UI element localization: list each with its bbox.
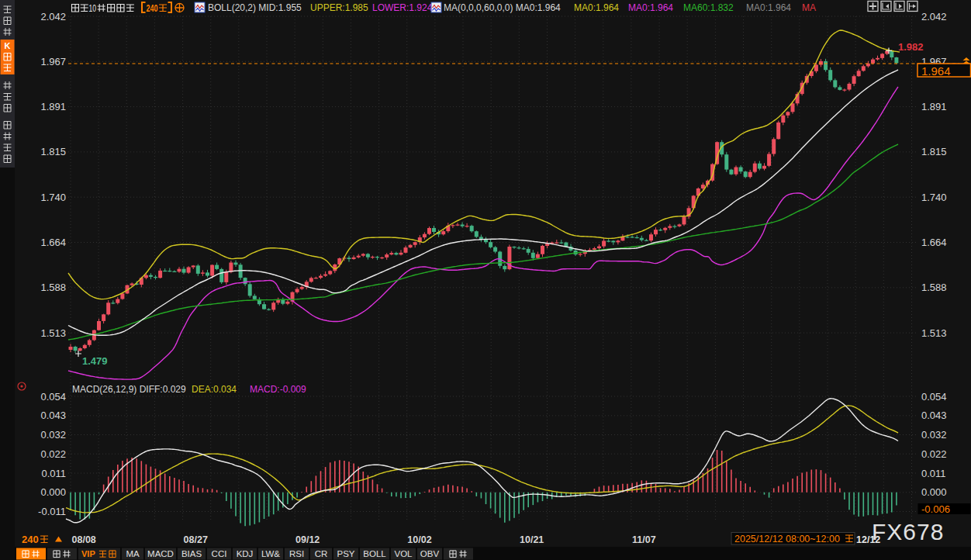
svg-text:LW&: LW& <box>261 549 280 558</box>
svg-text:MA: MA <box>802 2 816 13</box>
svg-text:1.891: 1.891 <box>40 101 66 112</box>
svg-text:MA0:1.964: MA0:1.964 <box>628 2 673 13</box>
svg-text:LOWER:1.924: LOWER:1.924 <box>372 2 433 13</box>
svg-text:1.664: 1.664 <box>921 237 947 248</box>
svg-text:0.022: 0.022 <box>921 448 947 460</box>
svg-text:1.815: 1.815 <box>40 146 66 157</box>
svg-text:VIP: VIP <box>81 549 95 558</box>
svg-text:MA: MA <box>126 549 140 558</box>
svg-text:240: 240 <box>147 3 158 14</box>
svg-text:1.740: 1.740 <box>40 192 66 203</box>
svg-text:FX678: FX678 <box>872 519 944 544</box>
svg-text:MACD:-0.009: MACD:-0.009 <box>250 384 306 395</box>
svg-text:0.022: 0.022 <box>40 448 66 460</box>
svg-text:BOLL: BOLL <box>363 549 386 558</box>
svg-text:08/27: 08/27 <box>184 534 208 545</box>
svg-text:11/07: 11/07 <box>632 534 656 545</box>
svg-text:2.042: 2.042 <box>40 11 66 22</box>
svg-text:RSI: RSI <box>289 549 304 558</box>
svg-text:MA0:1.964: MA0:1.964 <box>746 2 791 13</box>
svg-text:0.011: 0.011 <box>41 468 66 479</box>
svg-text:1.479: 1.479 <box>82 355 108 367</box>
svg-text:1.815: 1.815 <box>921 146 947 157</box>
svg-text:PSY: PSY <box>337 549 354 558</box>
svg-text:0.032: 0.032 <box>40 429 66 441</box>
svg-text:10/21: 10/21 <box>520 534 544 545</box>
svg-text:0.000: 0.000 <box>921 486 947 498</box>
svg-text:CCI: CCI <box>212 549 227 558</box>
svg-text:1.513: 1.513 <box>921 327 947 339</box>
svg-text:UPPER:1.985: UPPER:1.985 <box>310 2 368 13</box>
svg-text:0.000: 0.000 <box>40 486 66 498</box>
svg-text:MA(0,0,0,60,0,0) MA0:1.964: MA(0,0,0,60,0,0) MA0:1.964 <box>444 2 561 13</box>
svg-text:10: 10 <box>89 3 97 14</box>
svg-text:1.740: 1.740 <box>921 192 947 203</box>
svg-text:MACD(26,12,9) DIFF:0.029: MACD(26,12,9) DIFF:0.029 <box>72 384 186 395</box>
svg-text:2.042: 2.042 <box>921 11 947 22</box>
svg-text:2025/12/12 08:00~12:00: 2025/12/12 08:00~12:00 <box>734 534 840 544</box>
svg-text:-0.006: -0.006 <box>921 503 950 515</box>
svg-text:1.964: 1.964 <box>921 64 951 78</box>
svg-text:K: K <box>5 41 11 50</box>
svg-text:VOL: VOL <box>394 549 413 558</box>
svg-text:0.043: 0.043 <box>921 410 947 421</box>
svg-text:1.891: 1.891 <box>921 101 947 112</box>
svg-text:08/08: 08/08 <box>72 534 96 545</box>
svg-text:BIAS: BIAS <box>181 549 202 558</box>
svg-text:0.032: 0.032 <box>921 429 947 441</box>
svg-text:10/02: 10/02 <box>407 534 431 545</box>
svg-text:0.011: 0.011 <box>921 468 946 479</box>
svg-text:CR: CR <box>315 549 328 558</box>
svg-text:MA60:1.832: MA60:1.832 <box>683 2 734 13</box>
svg-text:1.588: 1.588 <box>921 282 947 293</box>
svg-text:1.967: 1.967 <box>40 56 66 67</box>
svg-text:1.513: 1.513 <box>40 327 66 339</box>
svg-text:OBV: OBV <box>420 549 440 558</box>
svg-text:KDJ: KDJ <box>237 549 254 558</box>
svg-text:1.982: 1.982 <box>898 41 924 53</box>
svg-text:1.588: 1.588 <box>40 282 66 293</box>
svg-text:09/12: 09/12 <box>295 534 320 545</box>
svg-text:BOLL(20,2) MID:1.955: BOLL(20,2) MID:1.955 <box>208 2 302 13</box>
svg-text:-0.011: -0.011 <box>38 506 66 517</box>
svg-text:0.054: 0.054 <box>40 391 66 403</box>
svg-text:MA0:1.964: MA0:1.964 <box>574 2 619 13</box>
svg-text:1.664: 1.664 <box>40 237 66 248</box>
svg-text:0.054: 0.054 <box>921 391 947 403</box>
svg-text:MACD: MACD <box>147 549 174 558</box>
svg-text:DEA:0.034: DEA:0.034 <box>192 384 237 395</box>
svg-text:0.043: 0.043 <box>40 410 66 421</box>
svg-text:240: 240 <box>22 534 39 545</box>
